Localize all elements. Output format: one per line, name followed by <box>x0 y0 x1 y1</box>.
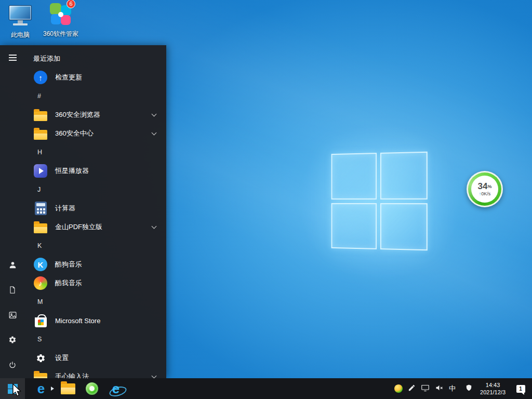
chevron-down-icon <box>152 112 157 117</box>
tray-input-method-button[interactable]: 中 <box>446 378 458 399</box>
start-item-calculator[interactable]: 计算器 <box>25 199 166 218</box>
file-explorer-icon <box>61 383 75 394</box>
tray-ink-workspace-button[interactable] <box>405 378 418 399</box>
start-item-kingsoft-pdf[interactable]: 金山PDF独立版 <box>25 218 166 236</box>
action-center-icon: 1 <box>516 385 525 393</box>
start-section-m[interactable]: M <box>25 292 166 311</box>
user-icon <box>8 261 17 272</box>
chevron-down-icon <box>152 130 157 136</box>
expand-menu-button[interactable] <box>0 45 25 70</box>
taskbar-clock[interactable]: 14:43 2021/12/3 <box>475 381 510 396</box>
folder-icon <box>33 108 48 122</box>
network-icon <box>421 383 430 394</box>
chevron-down-icon <box>152 374 157 378</box>
action-center-button[interactable]: 1 <box>510 378 531 399</box>
calculator-icon <box>33 201 48 216</box>
gear-icon <box>8 336 17 346</box>
overflow-arrow-icon <box>51 387 54 391</box>
folder-icon <box>33 220 48 234</box>
user-account-button[interactable] <box>0 254 25 278</box>
clock-time: 14:43 <box>486 381 500 389</box>
folder-icon <box>33 126 48 141</box>
this-pc-icon <box>8 5 32 28</box>
start-section-s[interactable]: S <box>25 330 166 349</box>
360-ball-icon <box>394 384 403 393</box>
windows-logo-pane <box>331 153 377 199</box>
360-software-manager-icon: 6 <box>48 3 73 27</box>
start-item-360-browser[interactable]: 360安全浏览器 <box>25 105 166 124</box>
start-item-kugou-music[interactable]: 酷狗音乐 <box>25 255 166 274</box>
kugou-icon <box>33 257 48 272</box>
tray-defender-button[interactable] <box>462 378 475 399</box>
start-menu-rail <box>0 45 25 378</box>
start-item-360-security-center[interactable]: 360安全中心 <box>25 124 166 143</box>
tray-network-button[interactable] <box>418 378 432 399</box>
start-section-k[interactable]: K <box>25 236 166 255</box>
start-section-hash[interactable]: # <box>25 87 166 105</box>
memory-percent: 34 <box>478 181 488 191</box>
start-section-j[interactable]: J <box>25 180 166 199</box>
start-item-check-update[interactable]: 检查更新 <box>25 68 166 87</box>
desktop-icon-label: 360软件管家 <box>43 30 78 38</box>
taskbar-internet-explorer-button[interactable] <box>104 378 128 399</box>
internet-explorer-icon <box>112 382 119 395</box>
store-icon <box>33 313 48 328</box>
percent-sign: % <box>487 184 491 189</box>
volume-muted-icon <box>435 383 444 394</box>
start-menu-app-list: 最近添加 检查更新 # 360安全浏览器 360安全中心 H 恒星播放器 J <box>25 45 166 378</box>
recently-added-header: 最近添加 <box>25 49 166 68</box>
taskbar-edge-button[interactable] <box>29 378 53 399</box>
start-item-shouxin-ime[interactable]: 手心输入法 <box>25 367 166 378</box>
document-icon <box>8 286 17 296</box>
ime-indicator: 中 <box>449 384 456 393</box>
power-button[interactable] <box>0 353 25 378</box>
update-count-badge: 6 <box>66 0 75 8</box>
pictures-button[interactable] <box>0 303 25 328</box>
tray-volume-button[interactable] <box>432 378 446 399</box>
folder-icon <box>33 369 48 378</box>
edge-icon <box>37 382 45 395</box>
hamburger-icon <box>9 55 17 61</box>
taskbar: 中 14:43 2021/12/3 1 <box>0 378 532 399</box>
360-browser-icon <box>86 382 98 395</box>
windows-logo-pane <box>380 203 427 251</box>
start-item-kuwo-music[interactable]: 酷我音乐 <box>25 274 166 292</box>
desktop-icon-label: 此电脑 <box>11 31 30 39</box>
player-icon <box>33 164 48 178</box>
360-speed-ball-widget[interactable]: 34% 0K/s <box>467 171 503 207</box>
documents-button[interactable] <box>0 278 25 303</box>
update-icon <box>33 70 48 85</box>
chevron-down-icon <box>152 224 157 229</box>
power-icon <box>8 361 17 371</box>
desktop-icon-360-software-manager[interactable]: 6 360软件管家 <box>41 3 81 38</box>
mouse-cursor <box>11 383 23 399</box>
windows-logo-pane <box>380 152 427 200</box>
settings-button[interactable] <box>0 328 25 353</box>
pictures-icon <box>8 311 17 322</box>
network-speed: 0K/s <box>481 191 490 196</box>
settings-gear-icon <box>33 351 48 365</box>
start-section-h[interactable]: H <box>25 143 166 162</box>
start-menu: 最近添加 检查更新 # 360安全浏览器 360安全中心 H 恒星播放器 J <box>0 45 166 378</box>
taskbar-360-browser-button[interactable] <box>80 378 104 399</box>
windows-logo-pane <box>331 203 377 249</box>
tray-360-ball-button[interactable] <box>392 378 405 399</box>
clock-date: 2021/12/3 <box>480 389 506 396</box>
shield-icon <box>465 384 473 394</box>
system-tray: 中 14:43 2021/12/3 1 <box>392 378 532 399</box>
desktop-icon-this-pc[interactable]: 此电脑 <box>0 5 41 39</box>
start-item-settings[interactable]: 设置 <box>25 349 166 367</box>
taskbar-file-explorer-button[interactable] <box>56 378 80 399</box>
start-item-microsoft-store[interactable]: Microsoft Store <box>25 311 166 330</box>
start-item-star-player[interactable]: 恒星播放器 <box>25 162 166 180</box>
kuwo-icon <box>33 276 48 290</box>
windows-logo <box>331 152 428 251</box>
pen-icon <box>408 384 416 394</box>
